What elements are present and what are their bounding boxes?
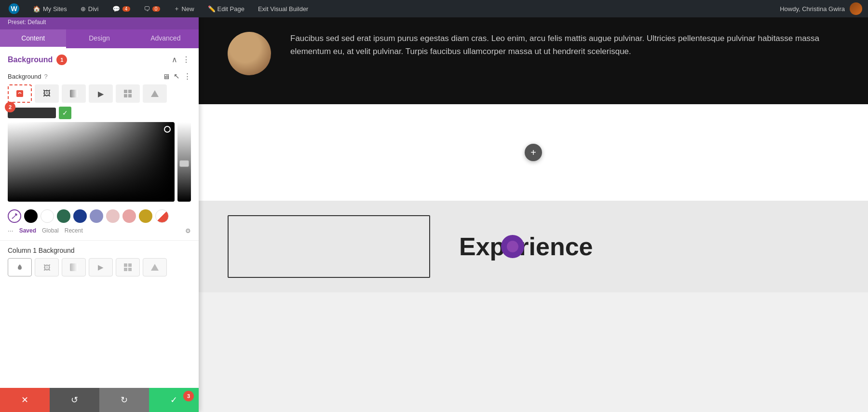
swatch-black[interactable]: [24, 209, 38, 223]
more-dots-button[interactable]: ···: [8, 227, 14, 234]
color-gradient[interactable]: [8, 122, 175, 202]
body-text: Faucibus sed sed erat ipsum purus egesta…: [290, 32, 839, 58]
tab-advanced[interactable]: Advanced: [133, 29, 199, 48]
swatch-light-pink[interactable]: [106, 209, 120, 223]
new-label: New: [182, 5, 194, 13]
color-tab-saved[interactable]: Saved: [19, 227, 36, 234]
section-more-button[interactable]: ⋮: [181, 54, 191, 65]
experience-title: Experience: [459, 232, 593, 261]
svg-rect-9: [128, 263, 132, 267]
column-bg-section: Column 1 Background 🖼 ▶: [0, 240, 199, 276]
add-content-button[interactable]: +: [525, 144, 542, 161]
color-tab-global[interactable]: Global: [42, 227, 59, 234]
wp-logo[interactable]: W: [6, 1, 22, 16]
svg-rect-11: [128, 268, 132, 271]
divi-label: Divi: [88, 5, 99, 13]
col-bg-color-button[interactable]: [8, 258, 32, 276]
bg-type-video-button[interactable]: ▶: [89, 84, 113, 103]
bg-type-mask-button[interactable]: [143, 84, 167, 103]
svg-rect-0: [16, 90, 23, 97]
swatch-lavender[interactable]: [90, 209, 103, 223]
comments-badge: 4: [122, 6, 130, 12]
save-button[interactable]: ✓ 3: [149, 388, 199, 412]
bg-type-image-button[interactable]: 🖼: [35, 84, 59, 103]
swatch-pink[interactable]: [122, 209, 136, 223]
chat-badge: 0: [152, 6, 160, 12]
collapse-button[interactable]: ∧: [171, 54, 178, 65]
main-content: Faucibus sed sed erat ipsum purus egesta…: [199, 17, 868, 412]
brightness-slider[interactable]: [177, 122, 191, 202]
col-bg-video-button[interactable]: ▶: [89, 258, 113, 276]
exit-builder-label: Exit Visual Builder: [258, 5, 309, 13]
swatch-dark-green[interactable]: [57, 209, 70, 223]
comments-menu[interactable]: 💬 4: [109, 3, 133, 14]
my-sites-label: My Sites: [43, 5, 67, 13]
dark-section: Faucibus sed sed erat ipsum purus egesta…: [199, 17, 868, 104]
avatar[interactable]: [850, 2, 862, 15]
background-section-header: Background 1 ∧ ⋮: [0, 48, 199, 69]
eyedropper-button[interactable]: [8, 209, 21, 223]
svg-rect-1: [70, 90, 78, 97]
new-button[interactable]: ＋ New: [171, 2, 197, 15]
bg-row-icons: 🖥 ↖ ⋮: [163, 72, 191, 81]
swatch-diagonal[interactable]: [155, 209, 169, 223]
step2-badge: 2: [5, 102, 15, 112]
save-icon: ✓: [170, 395, 177, 405]
admin-bar-right: Howdy, Christina Gwira: [780, 2, 862, 15]
svg-rect-5: [128, 94, 132, 97]
tab-design[interactable]: Design: [66, 29, 132, 48]
white-section: +: [199, 104, 868, 201]
bg-type-gradient-button[interactable]: [62, 84, 86, 103]
experience-bubble-inner: [507, 241, 518, 252]
plus-icon: ＋: [174, 4, 180, 13]
color-picker-area: 2 ✓: [8, 107, 191, 202]
svg-marker-6: [151, 90, 159, 97]
exit-visual-builder-button[interactable]: Exit Visual Builder: [255, 3, 312, 14]
chat-menu[interactable]: 🗨 0: [141, 3, 163, 14]
bg-type-pattern-button[interactable]: [116, 84, 140, 103]
gray-section: Experience: [199, 201, 868, 292]
background-label-text: Background: [8, 73, 41, 80]
color-confirm-button[interactable]: ✓: [59, 107, 71, 119]
col-bg-image-button[interactable]: 🖼: [35, 258, 59, 276]
svg-marker-12: [151, 264, 159, 271]
swatch-dark-blue[interactable]: [73, 209, 87, 223]
col-bg-mask-button[interactable]: [143, 258, 167, 276]
background-label: Background ?: [8, 73, 48, 80]
admin-bar: W 🏠 My Sites ⊕ Divi 💬 4 🗨 0 ＋ New ✏️ Edi…: [0, 0, 868, 17]
bottom-action-bar: ✕ ↺ ↻ ✓ 3: [0, 388, 199, 412]
sidebar-tabs: Content Design Advanced: [0, 29, 199, 48]
experience-box: [228, 215, 430, 278]
bg-type-color-button[interactable]: [8, 84, 32, 103]
comment-icon: 💬: [112, 5, 120, 13]
divi-menu[interactable]: ⊕ Divi: [78, 3, 102, 14]
svg-rect-3: [128, 90, 132, 93]
color-tab-recent[interactable]: Recent: [65, 227, 83, 234]
background-type-row: 🖼 ▶: [0, 84, 199, 107]
svg-rect-8: [124, 263, 127, 267]
color-tabs-row: ··· Saved Global Recent ⚙: [0, 225, 199, 240]
col-bg-gradient-button[interactable]: [62, 258, 86, 276]
experience-bubble: [501, 235, 524, 258]
tab-content[interactable]: Content: [0, 29, 66, 48]
section-controls: ∧ ⋮: [171, 54, 191, 65]
cursor-icon[interactable]: ↖: [174, 72, 180, 81]
undo-icon: ↺: [71, 395, 78, 405]
wordpress-icon: W: [9, 3, 19, 14]
bg-more-icon[interactable]: ⋮: [184, 72, 191, 81]
swatch-gold[interactable]: [139, 209, 152, 223]
color-settings-button[interactable]: ⚙: [185, 227, 191, 234]
section-title: Background 1: [8, 55, 67, 65]
swatches-row: [0, 206, 199, 225]
desktop-icon[interactable]: 🖥: [163, 72, 170, 81]
cancel-button[interactable]: ✕: [0, 388, 50, 412]
swatch-white[interactable]: [41, 209, 54, 223]
help-icon[interactable]: ?: [44, 73, 47, 80]
house-icon: 🏠: [33, 5, 41, 13]
undo-button[interactable]: ↺: [50, 388, 99, 412]
redo-button[interactable]: ↻: [99, 388, 149, 412]
edit-page-button[interactable]: ✏️ Edit Page: [205, 3, 247, 14]
col-bg-pattern-button[interactable]: [116, 258, 140, 276]
my-sites-menu[interactable]: 🏠 My Sites: [30, 3, 70, 14]
color-input-row: ✓: [8, 107, 191, 119]
